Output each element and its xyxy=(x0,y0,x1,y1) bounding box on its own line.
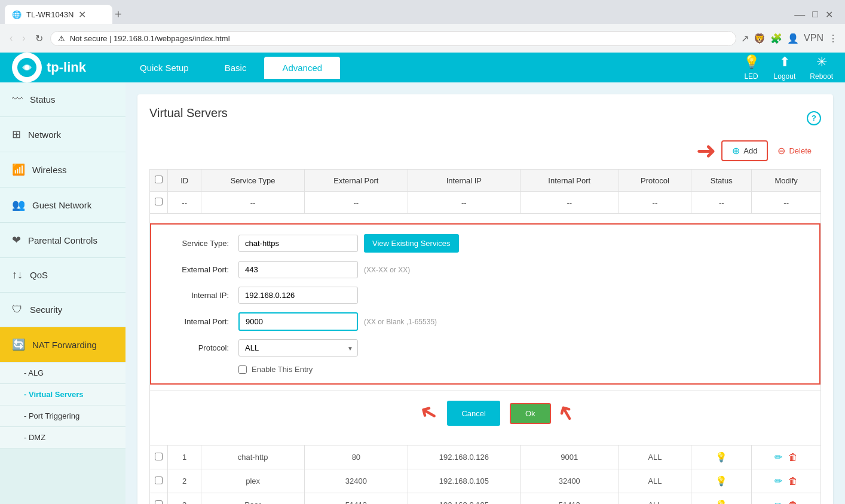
row-1-internal-ip: 192.168.0.126 xyxy=(408,445,520,469)
row-1-id: 1 xyxy=(168,445,201,469)
enable-row: Enable This Entry xyxy=(161,365,810,374)
tab-quick-setup[interactable]: Quick Setup xyxy=(122,57,207,79)
maximize-icon[interactable]: □ xyxy=(812,9,818,20)
tab-basic[interactable]: Basic xyxy=(207,57,265,79)
row-1-protocol: ALL xyxy=(619,445,691,469)
form-row: Service Type: View Existing Services Ext… xyxy=(150,214,821,445)
back-button[interactable]: ‹ xyxy=(7,30,15,46)
row-2-checkbox[interactable] xyxy=(155,477,163,484)
cancel-button[interactable]: Cancel xyxy=(447,401,500,426)
sidebar-sub-alg[interactable]: - ALG xyxy=(0,362,125,384)
tab-close-button[interactable]: ✕ xyxy=(78,9,86,20)
sidebar-item-security-label: Security xyxy=(30,305,62,315)
sidebar-sub-dmz[interactable]: - DMZ xyxy=(0,427,125,448)
close-icon[interactable]: ✕ xyxy=(825,9,833,20)
delete-button[interactable]: ⊖ Delete xyxy=(768,142,821,160)
sidebar-item-parental-controls[interactable]: ❤ Parental Controls xyxy=(0,223,125,258)
vpn-icon[interactable]: VPN xyxy=(804,33,823,44)
sidebar-item-nat-forwarding-label: NAT Forwarding xyxy=(32,340,97,350)
sidebar-item-network[interactable]: ⊞ Network xyxy=(0,117,125,152)
address-bar[interactable]: ⚠ Not secure | 192.168.0.1/webpages/inde… xyxy=(50,31,736,46)
col-service-type: Service Type xyxy=(201,170,305,192)
refresh-button[interactable]: ↻ xyxy=(33,30,45,47)
internal-ip-input[interactable] xyxy=(238,287,358,304)
row-3-internal-ip: 192.168.0.105 xyxy=(408,493,520,505)
row-2-status-icon[interactable]: 💡 xyxy=(715,476,727,486)
row-1-external-port: 80 xyxy=(304,445,408,469)
row-1-edit-icon[interactable]: ✏ xyxy=(774,452,782,462)
col-internal-ip: Internal IP xyxy=(408,170,520,192)
logout-label: Logout xyxy=(774,72,796,81)
reboot-button[interactable]: ✳ Reboot xyxy=(810,54,833,81)
main-content: Virtual Servers ? ➜ ⊕ Add ⊖ Delete xyxy=(125,82,845,504)
extensions-icon[interactable]: 🧩 xyxy=(770,33,782,44)
sidebar-sub-virtual-servers[interactable]: - Virtual Servers xyxy=(0,384,125,405)
sidebar-item-network-label: Network xyxy=(28,130,61,140)
row-2-delete-icon[interactable]: 🗑 xyxy=(788,476,798,486)
service-type-input[interactable] xyxy=(238,235,358,252)
wireless-icon: 📶 xyxy=(12,163,25,176)
row-1-delete-icon[interactable]: 🗑 xyxy=(788,452,798,462)
share-icon[interactable]: ↗ xyxy=(741,33,749,44)
row-3-edit-icon[interactable]: ✏ xyxy=(774,500,782,504)
select-all-checkbox[interactable] xyxy=(155,176,163,183)
sidebar-item-wireless[interactable]: 📶 Wireless xyxy=(0,152,125,188)
col-id: ID xyxy=(168,170,201,192)
help-icon[interactable]: ? xyxy=(807,111,821,125)
new-tab-button[interactable]: + xyxy=(115,8,122,21)
browser-tab[interactable]: 🌐 TL-WR1043N ✕ xyxy=(5,5,112,24)
row-checkbox-empty[interactable] xyxy=(155,198,163,205)
arrow-to-ok: ➜ xyxy=(550,399,581,428)
enable-checkbox[interactable] xyxy=(238,365,247,374)
minimize-icon[interactable]: — xyxy=(794,8,805,21)
row-2-edit-icon[interactable]: ✏ xyxy=(774,476,782,486)
ok-button[interactable]: Ok xyxy=(510,403,551,424)
logout-icon: ⬆ xyxy=(779,54,790,70)
menu-icon[interactable]: ⋮ xyxy=(828,33,838,44)
sidebar-item-wireless-label: Wireless xyxy=(32,165,67,175)
protocol-select[interactable]: ALL TCP UDP TCP/UDP xyxy=(238,339,358,357)
arrow-to-add: ➜ xyxy=(696,137,717,164)
forward-button[interactable]: › xyxy=(20,30,27,46)
row-3-internal-port: 51413 xyxy=(520,493,619,505)
external-port-label: External Port: xyxy=(161,265,238,274)
sidebar-item-qos-label: QoS xyxy=(30,270,48,280)
address-text: Not secure | 192.168.0.1/webpages/index.… xyxy=(70,34,230,43)
sidebar-item-guest-network[interactable]: 👥 Guest Network xyxy=(0,188,125,223)
row-1-status-icon[interactable]: 💡 xyxy=(715,452,727,462)
row-3-status-icon[interactable]: 💡 xyxy=(715,500,727,504)
row-1-internal-port: 9001 xyxy=(520,445,619,469)
view-services-button[interactable]: View Existing Services xyxy=(364,234,459,253)
main-nav: Quick Setup Basic Advanced xyxy=(122,57,340,79)
form-actions: ➜ Cancel Ok ➜ xyxy=(150,391,820,435)
row-3-id: 3 xyxy=(168,493,201,505)
internal-port-label: Internal Port: xyxy=(161,317,238,326)
add-button[interactable]: ⊕ Add xyxy=(721,140,768,161)
table-row: 1 chat-http 80 192.168.0.126 9001 ALL 💡 … xyxy=(150,445,821,469)
tab-advanced[interactable]: Advanced xyxy=(264,57,340,79)
row-3-service-type: Peer xyxy=(201,493,305,505)
profile-icon[interactable]: 👤 xyxy=(787,33,799,44)
sidebar-item-nat-forwarding[interactable]: 🔄 NAT Forwarding xyxy=(0,327,125,362)
sidebar-sub-port-triggering[interactable]: - Port Triggering xyxy=(0,405,125,427)
sidebar-item-status[interactable]: 〰 Status xyxy=(0,82,125,117)
lock-icon: ⚠ xyxy=(58,34,65,43)
enable-label: Enable This Entry xyxy=(252,365,313,374)
external-port-input[interactable] xyxy=(238,261,358,278)
row-2-protocol: ALL xyxy=(619,469,691,493)
led-icon: 💡 xyxy=(743,54,760,70)
logout-button[interactable]: ⬆ Logout xyxy=(774,54,796,81)
logo-icon xyxy=(12,53,42,82)
row-3-checkbox[interactable] xyxy=(155,500,163,505)
sidebar-item-security[interactable]: 🛡 Security xyxy=(0,293,125,327)
brave-icon[interactable]: 🦁 xyxy=(754,33,766,44)
row-3-delete-icon[interactable]: 🗑 xyxy=(788,500,798,504)
led-button[interactable]: 💡 LED xyxy=(743,54,760,81)
tab-favicon: 🌐 xyxy=(12,10,22,19)
internal-port-input[interactable] xyxy=(238,312,358,331)
port-triggering-label: - Port Triggering xyxy=(24,411,79,420)
row-1-checkbox[interactable] xyxy=(155,453,163,460)
reboot-icon: ✳ xyxy=(816,54,827,70)
empty-row: -- -- -- -- -- -- -- -- xyxy=(150,192,821,214)
sidebar-item-qos[interactable]: ↑↓ QoS xyxy=(0,258,125,293)
